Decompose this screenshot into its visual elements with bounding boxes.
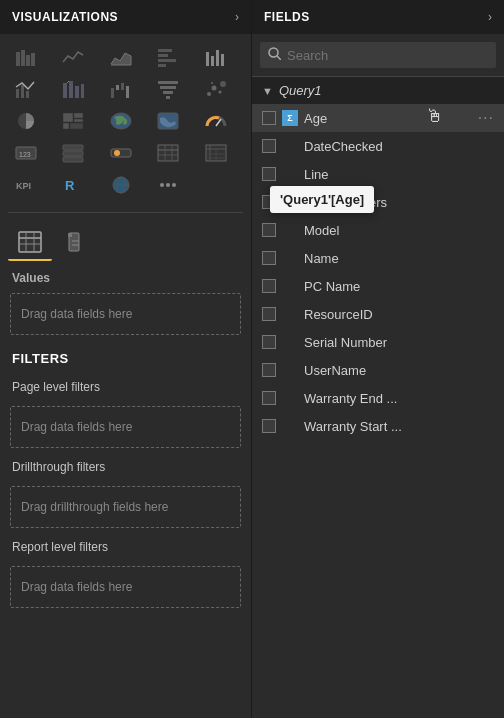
viz-column-chart-icon[interactable] <box>198 42 234 72</box>
svg-rect-38 <box>70 123 83 129</box>
field-checkbox-model[interactable] <box>262 223 276 237</box>
query-collapse-arrow: ▼ <box>262 85 273 97</box>
svg-point-77 <box>269 48 278 57</box>
svg-point-48 <box>114 150 120 156</box>
field-icon-model <box>282 222 298 238</box>
field-item-name[interactable]: Name ··· <box>252 244 504 272</box>
viz-bar-chart-icon[interactable] <box>150 42 186 72</box>
viz-scatter-icon[interactable] <box>198 74 234 104</box>
query-name: Query1 <box>279 83 322 98</box>
viz-multi-row-card-icon[interactable] <box>55 138 91 168</box>
viz-gauge-icon[interactable] <box>198 106 234 136</box>
drillthrough-drop-zone[interactable]: Drag drillthrough fields here <box>10 486 241 528</box>
viz-table-icon[interactable] <box>150 138 186 168</box>
field-item-model[interactable]: Model ··· <box>252 216 504 244</box>
viz-slicer-icon[interactable] <box>103 138 139 168</box>
svg-point-29 <box>211 86 216 91</box>
field-item-date-checked[interactable]: DateChecked ··· <box>252 132 504 160</box>
report-level-filters: Report level filters <box>0 532 251 562</box>
visualizations-header: VISUALIZATIONS › <box>0 0 251 34</box>
field-icon-pc-name <box>282 278 298 294</box>
field-checkbox-name[interactable] <box>262 251 276 265</box>
field-checkbox-warranty-start[interactable] <box>262 419 276 433</box>
svg-rect-27 <box>166 96 170 99</box>
field-tooltip: 'Query1'[Age] <box>270 186 374 213</box>
viz-map-icon[interactable] <box>103 106 139 136</box>
svg-point-30 <box>218 91 221 94</box>
field-sigma-icon-age: Σ <box>282 110 298 126</box>
viz-card-icon[interactable]: 123 <box>8 138 44 168</box>
search-input[interactable] <box>287 48 488 63</box>
field-checkbox-age[interactable] <box>262 111 276 125</box>
fields-header: FIELDS › <box>252 0 504 34</box>
viz-combo-chart-icon[interactable] <box>8 74 44 104</box>
svg-rect-1 <box>21 50 25 66</box>
fields-search-bar[interactable] <box>260 42 496 68</box>
field-checkbox-resource-id[interactable] <box>262 307 276 321</box>
viz-treemap-icon[interactable] <box>55 106 91 136</box>
visualizations-collapse-arrow[interactable]: › <box>235 10 239 24</box>
field-checkbox-warranty-end[interactable] <box>262 391 276 405</box>
fields-title: FIELDS <box>264 10 310 24</box>
field-icon-date-checked <box>282 138 298 154</box>
viz-tab-row <box>0 217 251 261</box>
svg-rect-6 <box>158 59 176 62</box>
svg-rect-9 <box>211 56 214 66</box>
field-item-username[interactable]: UserName ··· <box>252 356 504 384</box>
field-checkbox-serial-number[interactable] <box>262 335 276 349</box>
viz-kpi-icon[interactable]: KPI <box>8 170 44 200</box>
viz-r-custom-icon[interactable]: R <box>55 170 91 200</box>
field-icon-warranty-end <box>282 390 298 406</box>
field-checkbox-pc-name[interactable] <box>262 279 276 293</box>
field-item-resource-id[interactable]: ResourceID ··· <box>252 300 504 328</box>
field-icon-line <box>282 166 298 182</box>
viz-filled-map-icon[interactable] <box>150 106 186 136</box>
viz-globe-icon[interactable] <box>103 170 139 200</box>
field-item-age[interactable]: Σ Age ··· 🖱 <box>252 104 504 132</box>
svg-text:R: R <box>65 178 75 193</box>
svg-rect-21 <box>116 85 119 90</box>
field-item-line[interactable]: Line ··· <box>252 160 504 188</box>
field-icon-warranty-start <box>282 418 298 434</box>
field-checkbox-date-checked[interactable] <box>262 139 276 153</box>
fields-collapse-arrow[interactable]: › <box>488 10 492 24</box>
viz-ribbon-chart-icon[interactable] <box>55 74 91 104</box>
fields-tab[interactable] <box>8 225 52 261</box>
svg-point-66 <box>166 183 170 187</box>
field-icon-resource-id <box>282 306 298 322</box>
field-item-warranty-start[interactable]: Warranty Start ... ··· <box>252 412 504 440</box>
viz-more-icon[interactable] <box>150 170 186 200</box>
field-name-serial-number: Serial Number <box>304 335 478 350</box>
viz-line-chart-icon[interactable] <box>55 42 91 72</box>
svg-text:KPI: KPI <box>16 181 31 191</box>
svg-line-19 <box>67 81 69 83</box>
svg-rect-3 <box>31 53 35 66</box>
values-drop-zone[interactable]: Drag data fields here <box>10 293 241 335</box>
field-name-name: Name <box>304 251 478 266</box>
svg-rect-36 <box>74 119 83 122</box>
viz-stacked-bar-icon[interactable] <box>8 42 44 72</box>
page-filters-drop-zone[interactable]: Drag data fields here <box>10 406 241 448</box>
field-name-username: UserName <box>304 363 478 378</box>
viz-matrix-icon[interactable] <box>198 138 234 168</box>
viz-funnel-icon[interactable] <box>150 74 186 104</box>
query-row[interactable]: ▼ Query1 <box>252 76 504 104</box>
svg-point-67 <box>172 183 176 187</box>
viz-waterfall-icon[interactable] <box>103 74 139 104</box>
field-item-warranty-end[interactable]: Warranty End ... ··· <box>252 384 504 412</box>
field-item-pc-name[interactable]: PC Name ··· <box>252 272 504 300</box>
viz-pie-icon[interactable] <box>8 106 44 136</box>
viz-area-chart-icon[interactable] <box>103 42 139 72</box>
svg-rect-17 <box>75 86 79 98</box>
report-filters-drop-zone[interactable]: Drag data fields here <box>10 566 241 608</box>
svg-rect-4 <box>158 49 172 52</box>
svg-rect-45 <box>63 151 83 156</box>
svg-line-78 <box>277 56 281 60</box>
format-tab[interactable] <box>56 225 100 261</box>
field-item-serial-number[interactable]: Serial Number ··· <box>252 328 504 356</box>
svg-point-28 <box>207 92 211 96</box>
field-checkbox-line[interactable] <box>262 167 276 181</box>
svg-rect-44 <box>63 145 83 150</box>
field-checkbox-username[interactable] <box>262 363 276 377</box>
field-menu-age[interactable]: ··· <box>478 109 494 127</box>
